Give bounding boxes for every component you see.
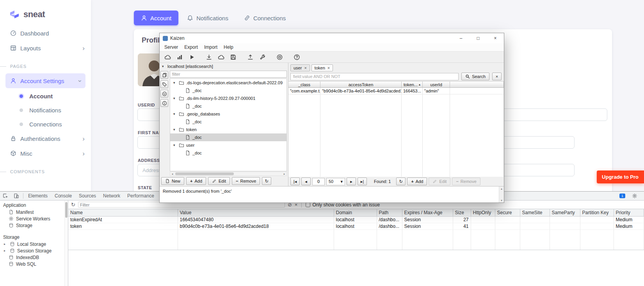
cookie-priority[interactable]: Medium bbox=[614, 216, 644, 223]
close-tab-icon[interactable]: × bbox=[327, 66, 330, 70]
cloud-connect-icon[interactable] bbox=[162, 52, 173, 62]
sidebar-item-connections[interactable]: Connections bbox=[0, 117, 91, 131]
scroll-down-icon[interactable]: ▾ bbox=[501, 198, 502, 203]
close-tab-icon[interactable]: × bbox=[304, 66, 306, 70]
cookie-httponly[interactable] bbox=[471, 216, 495, 223]
tree-item-index[interactable]: ▾ .ds-ilm-history-5-2022.09.27-000001 bbox=[170, 94, 286, 102]
sidebar-item-notifications[interactable]: Notifications bbox=[0, 103, 91, 117]
tree-item-service-workers[interactable]: Service Workers bbox=[0, 215, 68, 222]
tree-expander-icon[interactable]: ▾ bbox=[173, 81, 177, 85]
scroll-right-icon[interactable]: ▸ bbox=[282, 172, 286, 176]
cookie-path[interactable]: /dashbo... bbox=[377, 216, 402, 223]
cookie-expires[interactable]: Session bbox=[402, 223, 453, 229]
tree-expander-icon[interactable]: ▾ bbox=[173, 96, 177, 100]
cookie-name[interactable]: tokenExpiredAt bbox=[68, 216, 178, 223]
devtools-settings-gear-icon[interactable] bbox=[629, 192, 640, 201]
application-section-header[interactable]: Application bbox=[0, 202, 68, 209]
remove-result-button[interactable]: − Remove bbox=[452, 178, 480, 185]
circle-down-icon[interactable] bbox=[160, 90, 168, 98]
cookie-value[interactable]: b90d4c0b-e73a-4e01-85e6-4d9d2acded18 bbox=[178, 223, 334, 229]
column-header-expires[interactable]: Expires / Max-Age bbox=[402, 209, 453, 216]
tree-expander-icon[interactable]: ▾ bbox=[173, 128, 177, 131]
column-header-size[interactable]: Size bbox=[453, 209, 471, 216]
column-header-class[interactable]: _class bbox=[288, 82, 320, 87]
tree-item-storage[interactable]: Storage bbox=[0, 222, 68, 229]
tab-connections[interactable]: Connections bbox=[237, 11, 293, 25]
menu-export[interactable]: Export bbox=[181, 44, 201, 50]
tab-account[interactable]: Account bbox=[134, 11, 178, 25]
cookie-sameparty[interactable] bbox=[550, 223, 580, 229]
cookie-partition-key[interactable] bbox=[580, 223, 614, 229]
column-header-sameparty[interactable]: SameParty bbox=[550, 209, 580, 216]
last-page-button[interactable]: ▸| bbox=[358, 178, 367, 185]
page-size-select[interactable]: 50 ▾ bbox=[326, 178, 345, 185]
upgrade-to-pro-button[interactable]: Upgrade to Pro bbox=[597, 171, 644, 183]
column-header-token-sorted[interactable]: token... ▴ bbox=[402, 82, 423, 87]
scrollbar-thumb[interactable] bbox=[175, 172, 234, 175]
minimize-button[interactable]: – bbox=[452, 33, 470, 43]
sidebar-item-authentications[interactable]: Authentications › bbox=[0, 131, 91, 146]
expand-triangle-icon[interactable]: ▸ bbox=[4, 249, 7, 252]
sidebar-item-layouts[interactable]: Layouts › bbox=[0, 41, 91, 55]
cell-class[interactable]: "com.example.t..." bbox=[288, 88, 320, 94]
only-issues-checkbox[interactable] bbox=[306, 203, 310, 207]
column-header-domain[interactable]: Domain bbox=[334, 209, 377, 216]
menu-import[interactable]: Import bbox=[201, 44, 221, 50]
tree-item-doc[interactable]: _doc bbox=[170, 87, 286, 94]
cell-token[interactable]: 166453... bbox=[402, 88, 423, 94]
first-page-button[interactable]: |◂ bbox=[290, 178, 300, 185]
tree-item-session-storage[interactable]: ▸ Session Storage bbox=[0, 247, 68, 254]
cookie-samesite[interactable] bbox=[520, 216, 550, 223]
new-button[interactable]: New bbox=[161, 177, 184, 185]
device-toolbar-icon[interactable] bbox=[11, 192, 22, 201]
inspect-element-icon[interactable] bbox=[0, 192, 11, 201]
cookie-expires[interactable]: Session bbox=[402, 216, 453, 223]
save-icon[interactable] bbox=[228, 52, 239, 62]
cookie-domain[interactable]: localhost bbox=[334, 216, 377, 223]
cookie-row[interactable]: token b90d4c0b-e73a-4e01-85e6-4d9d2acded… bbox=[68, 223, 644, 229]
tree-item-doc[interactable]: _doc bbox=[170, 149, 286, 157]
scroll-left-icon[interactable]: ◂ bbox=[170, 172, 174, 176]
tree-expander-icon[interactable]: ▾ bbox=[173, 112, 177, 116]
cookie-size[interactable]: 27 bbox=[453, 216, 471, 223]
devtools-tab-elements[interactable]: Elements bbox=[25, 192, 51, 200]
edit-result-button[interactable]: Edit bbox=[429, 178, 450, 185]
column-header-path[interactable]: Path bbox=[377, 209, 402, 216]
tools-icon[interactable] bbox=[257, 52, 268, 62]
devtools-tab-sources[interactable]: Sources bbox=[75, 192, 100, 200]
export-upload-icon[interactable] bbox=[245, 52, 256, 62]
devtools-tab-network[interactable]: Network bbox=[100, 192, 124, 200]
maximize-button[interactable]: □ bbox=[470, 33, 487, 43]
sidebar-item-account-settings[interactable]: Account Settings › bbox=[5, 73, 85, 88]
result-tab-token[interactable]: token × bbox=[311, 64, 333, 71]
column-header-access-token[interactable]: accessToken bbox=[320, 82, 402, 87]
previous-page-button[interactable]: ◂ bbox=[301, 178, 311, 185]
sidebar-item-dashboard[interactable]: Dashboard bbox=[0, 26, 91, 41]
tag-icon[interactable] bbox=[160, 80, 168, 88]
brand-logo[interactable]: sneat bbox=[0, 0, 91, 26]
close-button[interactable]: × bbox=[487, 33, 504, 43]
dashboard-donut-icon[interactable] bbox=[274, 52, 285, 62]
cookie-name[interactable]: token bbox=[68, 223, 178, 229]
cell-user-id[interactable]: "admin" bbox=[423, 88, 450, 94]
add-result-button[interactable]: + Add bbox=[407, 178, 427, 185]
cookie-httponly[interactable] bbox=[471, 223, 495, 229]
tree-item-manifest[interactable]: Manifest bbox=[0, 209, 68, 215]
devtools-tab-performance[interactable]: Performance bbox=[124, 192, 158, 200]
window-titlebar[interactable]: Kaizen – □ × bbox=[160, 33, 504, 43]
cookie-value[interactable]: 1664534047480 bbox=[178, 216, 334, 223]
add-button[interactable]: + Add bbox=[186, 177, 206, 185]
search-button[interactable]: Search bbox=[461, 73, 489, 80]
sidebar-item-misc[interactable]: Misc › bbox=[0, 146, 91, 161]
cell-access-token[interactable]: "b90d4c0b-e73a-4e01-85e6-4d9d2acded18" bbox=[320, 88, 402, 94]
column-header-secure[interactable]: Secure bbox=[495, 209, 520, 216]
indices-stats-icon[interactable] bbox=[174, 52, 185, 62]
scrollbar-track[interactable] bbox=[174, 172, 282, 176]
sidebar-item-account[interactable]: Account bbox=[0, 89, 91, 103]
column-header-priority[interactable]: Priority bbox=[614, 209, 644, 216]
column-header-partition-key[interactable]: Partition Key bbox=[580, 209, 614, 216]
menu-help[interactable]: Help bbox=[221, 44, 237, 50]
column-header-name[interactable]: Name bbox=[68, 209, 178, 216]
run-icon[interactable] bbox=[186, 52, 197, 62]
cookie-sameparty[interactable] bbox=[550, 216, 580, 223]
